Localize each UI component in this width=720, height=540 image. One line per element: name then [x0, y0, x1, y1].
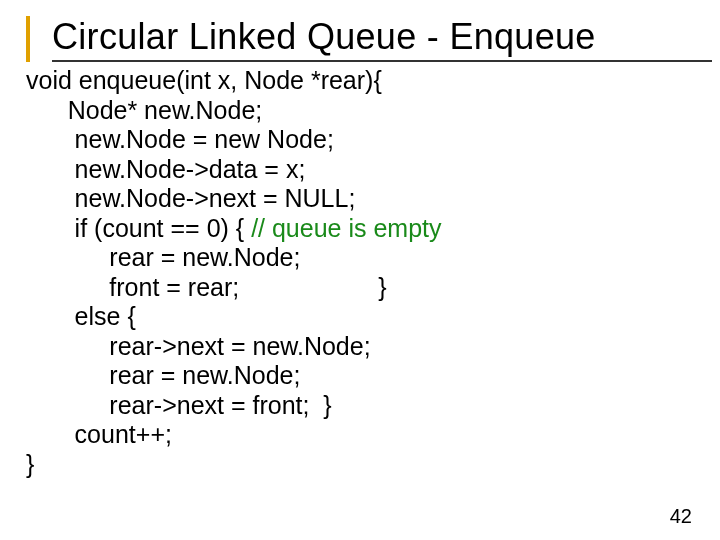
code-line-14: }	[26, 450, 34, 478]
slide: Circular Linked Queue - Enqueue void enq…	[0, 0, 720, 540]
code-line-2: Node* new.Node;	[26, 96, 262, 124]
code-line-3: new.Node = new Node;	[26, 125, 334, 153]
code-line-8a: front = rear;	[26, 273, 239, 301]
code-line-1: void enqueue(int x, Node *rear){	[26, 66, 382, 94]
code-line-7: rear = new.Node;	[26, 243, 300, 271]
code-block: void enqueue(int x, Node *rear){ Node* n…	[26, 66, 700, 479]
code-line-6a: if (count == 0) {	[26, 214, 251, 242]
code-line-9: else {	[26, 302, 136, 330]
code-comment: // queue is empty	[251, 214, 441, 242]
code-line-11: rear = new.Node;	[26, 361, 300, 389]
page-number: 42	[670, 505, 692, 528]
code-line-8b: }	[239, 273, 386, 301]
code-line-13: count++;	[26, 420, 172, 448]
code-line-4: new.Node->data = x;	[26, 155, 305, 183]
slide-title: Circular Linked Queue - Enqueue	[52, 16, 712, 62]
title-block: Circular Linked Queue - Enqueue	[26, 16, 700, 62]
code-line-5: new.Node->next = NULL;	[26, 184, 355, 212]
code-line-12: rear->next = front; }	[26, 391, 332, 419]
code-line-10: rear->next = new.Node;	[26, 332, 371, 360]
